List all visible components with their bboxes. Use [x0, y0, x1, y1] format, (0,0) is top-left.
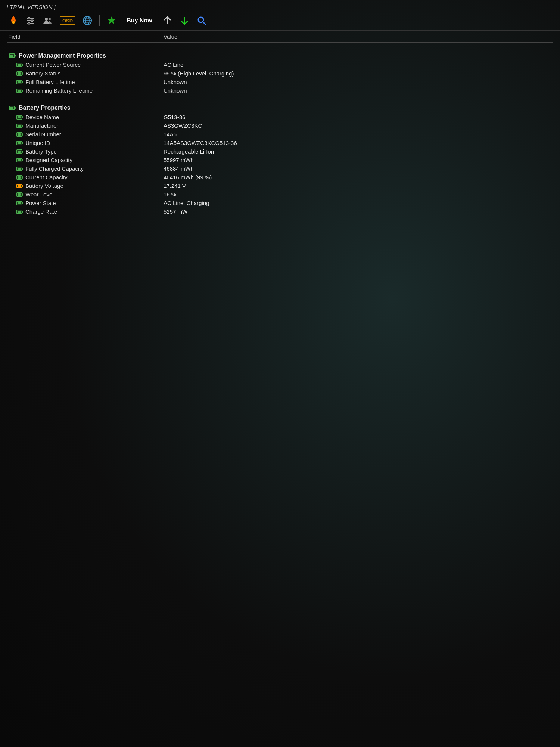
separator	[99, 15, 100, 26]
field-label: Fully Charged Capacity	[25, 165, 84, 172]
bp-row-icon-9	[16, 192, 23, 197]
svg-point-4	[31, 20, 33, 22]
field-label: Full Battery Lifetime	[25, 79, 75, 85]
field-value: AS3GWZC3KC	[164, 123, 553, 129]
bp-row-icon-5	[16, 158, 23, 163]
col-value-header: Value	[164, 34, 553, 40]
row-current-capacity: Current Capacity 46416 mWh (99 %)	[7, 173, 553, 182]
bp-row-icon-6	[16, 166, 23, 171]
bp-row-icon-0	[16, 115, 23, 120]
row-battery-type: Battery Type Rechargeable Li-Ion	[7, 147, 553, 156]
row-icon-0	[16, 62, 23, 68]
browser-icon[interactable]	[81, 14, 94, 27]
row-designed-capacity: Designed Capacity 55997 mWh	[7, 156, 553, 164]
row-battery-voltage: Battery Voltage 17.241 V	[7, 182, 553, 190]
row-remaining-battery-lifetime: Remaining Battery Lifetime Unknown	[7, 86, 553, 95]
settings-icon[interactable]	[24, 14, 37, 27]
bp-row-icon-7	[16, 175, 23, 180]
main-area: Field Value Power Management Properties …	[0, 31, 560, 216]
field-value: Rechargeable Li-Ion	[164, 148, 553, 155]
row-full-battery-lifetime: Full Battery Lifetime Unknown	[7, 78, 553, 86]
buy-now-label: Buy Now	[127, 17, 152, 24]
field-label: Battery Status	[25, 70, 60, 77]
field-label: Power State	[25, 200, 56, 206]
field-label: Battery Voltage	[25, 183, 63, 189]
field-value: 17.241 V	[164, 183, 553, 189]
flame-icon[interactable]	[7, 14, 20, 27]
row-device-name: Device Name G513-36	[7, 113, 553, 121]
svg-marker-13	[108, 16, 116, 24]
row-manufacturer: Manufacturer AS3GWZC3KC	[7, 121, 553, 130]
field-label: Charge Rate	[25, 208, 57, 215]
row-icon-3	[16, 88, 23, 93]
field-label: Current Power Source	[25, 62, 81, 68]
section-power-management: Power Management Properties	[7, 49, 553, 61]
power-section-icon	[8, 53, 16, 58]
bp-row-icon-voltage	[16, 183, 23, 189]
power-management-label: Power Management Properties	[19, 52, 106, 59]
field-value: 16 %	[164, 191, 553, 198]
svg-point-5	[28, 22, 30, 24]
row-current-power-source: Current Power Source AC Line	[7, 61, 553, 69]
users-icon[interactable]	[41, 14, 55, 27]
field-value: 5257 mW	[164, 208, 553, 215]
field-value: 99 % (High Level, Charging)	[164, 70, 553, 77]
star-icon[interactable]	[105, 14, 118, 27]
svg-point-6	[45, 18, 48, 21]
field-label: Manufacturer	[25, 123, 58, 129]
svg-point-7	[49, 18, 51, 20]
field-label: Serial Number	[25, 131, 61, 137]
field-value: AC Line	[164, 62, 553, 68]
field-label: Designed Capacity	[25, 157, 72, 163]
svg-point-3	[28, 17, 30, 19]
field-label: Device Name	[25, 114, 59, 120]
field-value: AC Line, Charging	[164, 200, 553, 206]
bp-row-icon-2	[16, 132, 23, 137]
field-label: Battery Type	[25, 148, 57, 155]
buy-now-button[interactable]: Buy Now	[122, 16, 156, 25]
bp-row-icon-1	[16, 123, 23, 128]
svg-line-15	[203, 22, 206, 25]
field-label: Current Capacity	[25, 174, 68, 180]
battery-properties-label: Battery Properties	[19, 105, 71, 111]
row-wear-level: Wear Level 16 %	[7, 190, 553, 199]
arrow-up-icon[interactable]	[161, 14, 174, 27]
row-power-state: Power State AC Line, Charging	[7, 199, 553, 207]
section-battery-properties: Battery Properties	[7, 101, 553, 113]
row-icon-2	[16, 80, 23, 85]
osd-button[interactable]: OSD	[58, 14, 77, 27]
field-value: 14A5AS3GWZC3KCG513-36	[164, 140, 553, 146]
bp-row-icon-3	[16, 140, 23, 146]
field-value: 46884 mWh	[164, 165, 553, 172]
field-value: 55997 mWh	[164, 157, 553, 163]
field-label: Wear Level	[25, 191, 54, 198]
field-label: Remaining Battery Lifetime	[25, 87, 93, 94]
row-fully-charged-capacity: Fully Charged Capacity 46884 mWh	[7, 164, 553, 173]
field-label: Unique ID	[25, 140, 50, 146]
field-value: 14A5	[164, 131, 553, 137]
osd-label[interactable]: OSD	[60, 16, 75, 25]
field-value: Unknown	[164, 79, 553, 85]
arrow-down-icon[interactable]	[178, 14, 191, 27]
bp-row-icon-11	[16, 209, 23, 214]
row-unique-id: Unique ID 14A5AS3GWZC3KCG513-36	[7, 139, 553, 147]
column-headers: Field Value	[7, 31, 553, 43]
bp-row-icon-4	[16, 149, 23, 154]
bp-row-icon-10	[16, 201, 23, 206]
trial-banner: [ TRIAL VERSION ]	[0, 0, 560, 12]
field-value: 46416 mWh (99 %)	[164, 174, 553, 180]
row-battery-status: Battery Status 99 % (High Level, Chargin…	[7, 69, 553, 78]
row-serial-number: Serial Number 14A5	[7, 130, 553, 139]
row-icon-1	[16, 71, 23, 76]
field-value: Unknown	[164, 87, 553, 94]
battery-section-icon	[8, 105, 16, 111]
toolbar: OSD Buy Now	[0, 12, 560, 31]
field-value: G513-36	[164, 114, 553, 120]
row-charge-rate: Charge Rate 5257 mW	[7, 207, 553, 216]
col-field-header: Field	[7, 34, 164, 40]
search-icon[interactable]	[195, 14, 208, 27]
